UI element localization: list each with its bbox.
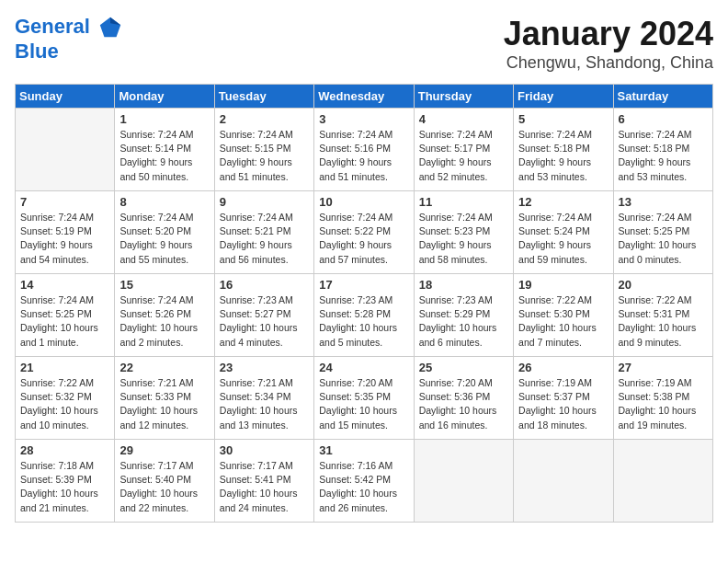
day-info: Sunrise: 7:23 AM Sunset: 5:28 PM Dayligh… bbox=[319, 293, 408, 350]
day-header-tuesday: Tuesday bbox=[214, 85, 313, 109]
day-info: Sunrise: 7:22 AM Sunset: 5:32 PM Dayligh… bbox=[20, 376, 109, 432]
day-info: Sunrise: 7:17 AM Sunset: 5:40 PM Dayligh… bbox=[119, 459, 209, 515]
calendar-cell: 31Sunrise: 7:16 AM Sunset: 5:42 PM Dayli… bbox=[314, 440, 414, 523]
logo-blue: Blue bbox=[15, 40, 123, 63]
calendar-cell: 28Sunrise: 7:18 AM Sunset: 5:39 PM Dayli… bbox=[16, 440, 115, 523]
location-title: Chengwu, Shandong, China bbox=[504, 53, 713, 73]
day-number: 8 bbox=[119, 195, 209, 209]
week-row-2: 14Sunrise: 7:24 AM Sunset: 5:25 PM Dayli… bbox=[16, 274, 713, 357]
day-info: Sunrise: 7:18 AM Sunset: 5:39 PM Dayligh… bbox=[20, 459, 109, 515]
calendar-cell bbox=[613, 440, 712, 523]
calendar-cell: 14Sunrise: 7:24 AM Sunset: 5:25 PM Dayli… bbox=[16, 274, 115, 357]
day-info: Sunrise: 7:24 AM Sunset: 5:25 PM Dayligh… bbox=[20, 293, 109, 350]
calendar-cell: 15Sunrise: 7:24 AM Sunset: 5:26 PM Dayli… bbox=[115, 274, 214, 357]
day-number: 24 bbox=[319, 361, 408, 374]
day-number: 20 bbox=[619, 278, 708, 292]
day-number: 11 bbox=[419, 195, 508, 209]
day-header-friday: Friday bbox=[514, 85, 613, 109]
calendar-cell: 30Sunrise: 7:17 AM Sunset: 5:41 PM Dayli… bbox=[214, 440, 313, 523]
calendar-cell: 2Sunrise: 7:24 AM Sunset: 5:15 PM Daylig… bbox=[214, 109, 313, 191]
calendar-cell bbox=[414, 440, 513, 523]
calendar-cell: 21Sunrise: 7:22 AM Sunset: 5:32 PM Dayli… bbox=[16, 357, 115, 440]
day-number: 10 bbox=[319, 195, 408, 209]
day-number: 28 bbox=[20, 443, 109, 457]
day-number: 4 bbox=[419, 112, 508, 126]
day-info: Sunrise: 7:17 AM Sunset: 5:41 PM Dayligh… bbox=[220, 459, 309, 515]
day-number: 16 bbox=[220, 278, 309, 292]
day-info: Sunrise: 7:24 AM Sunset: 5:18 PM Dayligh… bbox=[619, 128, 708, 184]
calendar-cell: 18Sunrise: 7:23 AM Sunset: 5:29 PM Dayli… bbox=[414, 274, 513, 357]
week-row-3: 21Sunrise: 7:22 AM Sunset: 5:32 PM Dayli… bbox=[16, 357, 713, 440]
calendar-cell: 4Sunrise: 7:24 AM Sunset: 5:17 PM Daylig… bbox=[414, 109, 513, 191]
calendar-cell: 6Sunrise: 7:24 AM Sunset: 5:18 PM Daylig… bbox=[613, 109, 712, 191]
day-header-wednesday: Wednesday bbox=[314, 85, 414, 109]
day-number: 18 bbox=[419, 278, 508, 292]
day-number: 26 bbox=[518, 361, 608, 374]
day-info: Sunrise: 7:24 AM Sunset: 5:15 PM Dayligh… bbox=[220, 128, 309, 184]
day-number: 9 bbox=[220, 195, 309, 209]
day-info: Sunrise: 7:24 AM Sunset: 5:25 PM Dayligh… bbox=[619, 211, 708, 267]
day-number: 29 bbox=[119, 443, 209, 457]
calendar-cell: 23Sunrise: 7:21 AM Sunset: 5:34 PM Dayli… bbox=[214, 357, 313, 440]
calendar-cell: 22Sunrise: 7:21 AM Sunset: 5:33 PM Dayli… bbox=[115, 357, 214, 440]
day-number: 25 bbox=[419, 361, 508, 374]
calendar-cell: 7Sunrise: 7:24 AM Sunset: 5:19 PM Daylig… bbox=[16, 191, 115, 274]
logo: General Blue bbox=[15, 15, 123, 63]
calendar-cell bbox=[514, 440, 613, 523]
calendar-cell: 12Sunrise: 7:24 AM Sunset: 5:24 PM Dayli… bbox=[514, 191, 613, 274]
day-info: Sunrise: 7:24 AM Sunset: 5:21 PM Dayligh… bbox=[220, 211, 309, 267]
day-number: 30 bbox=[220, 443, 309, 457]
day-info: Sunrise: 7:23 AM Sunset: 5:27 PM Dayligh… bbox=[220, 293, 309, 350]
day-number: 14 bbox=[20, 278, 109, 292]
day-number: 21 bbox=[20, 361, 109, 374]
calendar-cell: 19Sunrise: 7:22 AM Sunset: 5:30 PM Dayli… bbox=[514, 274, 613, 357]
calendar-cell: 3Sunrise: 7:24 AM Sunset: 5:16 PM Daylig… bbox=[314, 109, 414, 191]
calendar-cell: 20Sunrise: 7:22 AM Sunset: 5:31 PM Dayli… bbox=[613, 274, 712, 357]
calendar-cell: 16Sunrise: 7:23 AM Sunset: 5:27 PM Dayli… bbox=[214, 274, 313, 357]
day-info: Sunrise: 7:24 AM Sunset: 5:22 PM Dayligh… bbox=[319, 211, 408, 267]
week-row-1: 7Sunrise: 7:24 AM Sunset: 5:19 PM Daylig… bbox=[16, 191, 713, 274]
day-number: 31 bbox=[319, 443, 408, 457]
day-header-thursday: Thursday bbox=[414, 85, 513, 109]
day-number: 22 bbox=[119, 361, 209, 374]
day-number: 13 bbox=[619, 195, 708, 209]
calendar-cell bbox=[16, 109, 115, 191]
day-info: Sunrise: 7:24 AM Sunset: 5:20 PM Dayligh… bbox=[119, 211, 209, 267]
calendar-cell: 1Sunrise: 7:24 AM Sunset: 5:14 PM Daylig… bbox=[115, 109, 214, 191]
calendar-cell: 8Sunrise: 7:24 AM Sunset: 5:20 PM Daylig… bbox=[115, 191, 214, 274]
day-header-saturday: Saturday bbox=[613, 85, 712, 109]
day-info: Sunrise: 7:23 AM Sunset: 5:29 PM Dayligh… bbox=[419, 293, 508, 350]
day-number: 7 bbox=[20, 195, 109, 209]
day-header-sunday: Sunday bbox=[16, 85, 115, 109]
calendar-table: SundayMondayTuesdayWednesdayThursdayFrid… bbox=[15, 84, 713, 523]
day-info: Sunrise: 7:16 AM Sunset: 5:42 PM Dayligh… bbox=[319, 459, 408, 515]
day-number: 3 bbox=[319, 112, 408, 126]
calendar-header-row: SundayMondayTuesdayWednesdayThursdayFrid… bbox=[16, 85, 713, 109]
day-number: 2 bbox=[220, 112, 309, 126]
week-row-0: 1Sunrise: 7:24 AM Sunset: 5:14 PM Daylig… bbox=[16, 109, 713, 191]
calendar-cell: 27Sunrise: 7:19 AM Sunset: 5:38 PM Dayli… bbox=[613, 357, 712, 440]
day-info: Sunrise: 7:20 AM Sunset: 5:35 PM Dayligh… bbox=[319, 376, 408, 432]
calendar-cell: 17Sunrise: 7:23 AM Sunset: 5:28 PM Dayli… bbox=[314, 274, 414, 357]
month-title: January 2024 bbox=[504, 15, 713, 53]
day-info: Sunrise: 7:24 AM Sunset: 5:23 PM Dayligh… bbox=[419, 211, 508, 267]
day-info: Sunrise: 7:20 AM Sunset: 5:36 PM Dayligh… bbox=[419, 376, 508, 432]
calendar-cell: 5Sunrise: 7:24 AM Sunset: 5:18 PM Daylig… bbox=[514, 109, 613, 191]
calendar-body: 1Sunrise: 7:24 AM Sunset: 5:14 PM Daylig… bbox=[16, 109, 713, 523]
day-info: Sunrise: 7:24 AM Sunset: 5:24 PM Dayligh… bbox=[518, 211, 608, 267]
day-number: 17 bbox=[319, 278, 408, 292]
day-info: Sunrise: 7:24 AM Sunset: 5:17 PM Dayligh… bbox=[419, 128, 508, 184]
day-number: 19 bbox=[518, 278, 608, 292]
calendar-cell: 13Sunrise: 7:24 AM Sunset: 5:25 PM Dayli… bbox=[613, 191, 712, 274]
day-info: Sunrise: 7:22 AM Sunset: 5:30 PM Dayligh… bbox=[518, 293, 608, 350]
day-number: 12 bbox=[518, 195, 608, 209]
logo-text: General bbox=[15, 15, 123, 40]
day-info: Sunrise: 7:21 AM Sunset: 5:33 PM Dayligh… bbox=[119, 376, 209, 432]
day-number: 1 bbox=[119, 112, 209, 126]
day-header-monday: Monday bbox=[115, 85, 214, 109]
calendar-cell: 26Sunrise: 7:19 AM Sunset: 5:37 PM Dayli… bbox=[514, 357, 613, 440]
day-info: Sunrise: 7:24 AM Sunset: 5:26 PM Dayligh… bbox=[119, 293, 209, 350]
calendar-cell: 9Sunrise: 7:24 AM Sunset: 5:21 PM Daylig… bbox=[214, 191, 313, 274]
day-info: Sunrise: 7:24 AM Sunset: 5:19 PM Dayligh… bbox=[20, 211, 109, 267]
day-number: 27 bbox=[619, 361, 708, 374]
